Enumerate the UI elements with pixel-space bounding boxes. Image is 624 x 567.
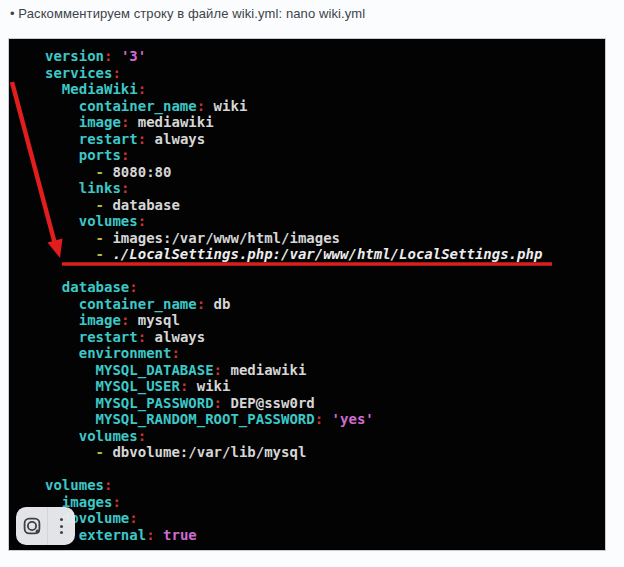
image-search-widget (16, 507, 75, 545)
kebab-menu-button[interactable] (48, 507, 75, 545)
kebab-menu-icon (60, 518, 63, 534)
page: • Раскомментируем строку в файле wiki.ym… (0, 0, 624, 567)
terminal-window[interactable]: version: '3'services: MediaWiki: contain… (8, 38, 606, 551)
lens-button[interactable] (16, 507, 47, 545)
page-heading: • Раскомментируем строку в файле wiki.ym… (10, 6, 365, 21)
terminal-code: version: '3'services: MediaWiki: contain… (45, 48, 605, 551)
lens-icon (22, 516, 42, 536)
